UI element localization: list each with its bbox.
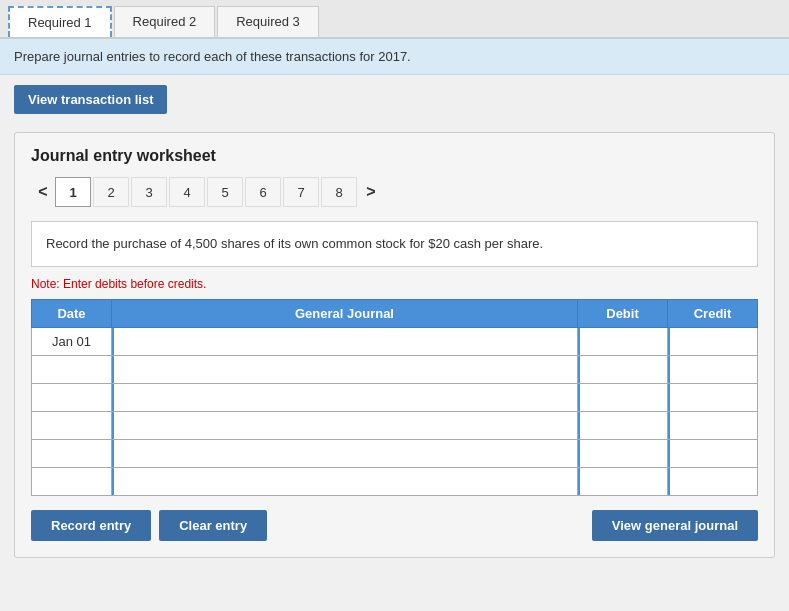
table-row <box>32 439 758 467</box>
journal-input-1[interactable] <box>112 356 577 383</box>
debit-cell-4[interactable] <box>578 439 668 467</box>
credit-input-5[interactable] <box>668 468 757 495</box>
journal-input-2[interactable] <box>112 384 577 411</box>
journal-input-5[interactable] <box>112 468 577 495</box>
page-4[interactable]: 4 <box>169 177 205 207</box>
instruction-text: Prepare journal entries to record each o… <box>14 49 411 64</box>
page-2[interactable]: 2 <box>93 177 129 207</box>
journal-cell-3[interactable] <box>112 411 578 439</box>
journal-cell-1[interactable] <box>112 355 578 383</box>
credit-input-3[interactable] <box>668 412 757 439</box>
page-6[interactable]: 6 <box>245 177 281 207</box>
date-cell-5 <box>32 467 112 495</box>
page-1[interactable]: 1 <box>55 177 91 207</box>
col-header-credit: Credit <box>668 299 758 327</box>
bottom-buttons-wrapper: Record entry Clear entry View general jo… <box>31 510 758 541</box>
date-cell-1 <box>32 355 112 383</box>
tab-required2[interactable]: Required 2 <box>114 6 216 37</box>
record-entry-button[interactable]: Record entry <box>31 510 151 541</box>
credit-input-2[interactable] <box>668 384 757 411</box>
view-btn-bar: View transaction list <box>0 75 789 124</box>
credit-cell-2[interactable] <box>668 383 758 411</box>
bottom-buttons: Record entry Clear entry <box>31 510 275 541</box>
journal-cell-4[interactable] <box>112 439 578 467</box>
date-cell-0: Jan 01 <box>32 327 112 355</box>
col-header-debit: Debit <box>578 299 668 327</box>
view-general-journal-button[interactable]: View general journal <box>592 510 758 541</box>
debit-input-1[interactable] <box>578 356 667 383</box>
debit-input-4[interactable] <box>578 440 667 467</box>
date-cell-2 <box>32 383 112 411</box>
table-row <box>32 383 758 411</box>
date-cell-4 <box>32 439 112 467</box>
journal-input-4[interactable] <box>112 440 577 467</box>
debit-cell-1[interactable] <box>578 355 668 383</box>
worksheet-panel: Journal entry worksheet < 1 2 3 4 5 6 7 … <box>14 132 775 558</box>
journal-input-3[interactable] <box>112 412 577 439</box>
worksheet-title: Journal entry worksheet <box>31 147 758 165</box>
next-page-arrow[interactable]: > <box>359 177 383 207</box>
debit-cell-3[interactable] <box>578 411 668 439</box>
page-8[interactable]: 8 <box>321 177 357 207</box>
debit-cell-0[interactable] <box>578 327 668 355</box>
table-row <box>32 355 758 383</box>
credit-cell-3[interactable] <box>668 411 758 439</box>
credit-cell-1[interactable] <box>668 355 758 383</box>
table-row <box>32 411 758 439</box>
table-row <box>32 467 758 495</box>
credit-input-1[interactable] <box>668 356 757 383</box>
clear-entry-button[interactable]: Clear entry <box>159 510 267 541</box>
debit-input-0[interactable] <box>578 328 667 355</box>
page-3[interactable]: 3 <box>131 177 167 207</box>
col-header-journal: General Journal <box>112 299 578 327</box>
table-row: Jan 01 <box>32 327 758 355</box>
debit-cell-2[interactable] <box>578 383 668 411</box>
credit-cell-0[interactable] <box>668 327 758 355</box>
note-text: Note: Enter debits before credits. <box>31 277 758 291</box>
debit-input-2[interactable] <box>578 384 667 411</box>
credit-cell-5[interactable] <box>668 467 758 495</box>
credit-cell-4[interactable] <box>668 439 758 467</box>
journal-table: Date General Journal Debit Credit Jan 01 <box>31 299 758 496</box>
view-transaction-button[interactable]: View transaction list <box>14 85 167 114</box>
debit-input-5[interactable] <box>578 468 667 495</box>
prev-page-arrow[interactable]: < <box>31 177 55 207</box>
tab-required1[interactable]: Required 1 <box>8 6 112 37</box>
pagination: < 1 2 3 4 5 6 7 8 > <box>31 177 758 207</box>
journal-cell-5[interactable] <box>112 467 578 495</box>
debit-cell-5[interactable] <box>578 467 668 495</box>
credit-input-4[interactable] <box>668 440 757 467</box>
description-text: Record the purchase of 4,500 shares of i… <box>46 236 543 251</box>
instruction-bar: Prepare journal entries to record each o… <box>0 39 789 75</box>
debit-input-3[interactable] <box>578 412 667 439</box>
tab-required3[interactable]: Required 3 <box>217 6 319 37</box>
credit-input-0[interactable] <box>668 328 757 355</box>
journal-input-0[interactable] <box>112 328 577 355</box>
journal-cell-2[interactable] <box>112 383 578 411</box>
description-box: Record the purchase of 4,500 shares of i… <box>31 221 758 267</box>
page-5[interactable]: 5 <box>207 177 243 207</box>
col-header-date: Date <box>32 299 112 327</box>
date-cell-3 <box>32 411 112 439</box>
tabs-bar: Required 1 Required 2 Required 3 <box>0 0 789 39</box>
page-7[interactable]: 7 <box>283 177 319 207</box>
journal-cell-0[interactable] <box>112 327 578 355</box>
